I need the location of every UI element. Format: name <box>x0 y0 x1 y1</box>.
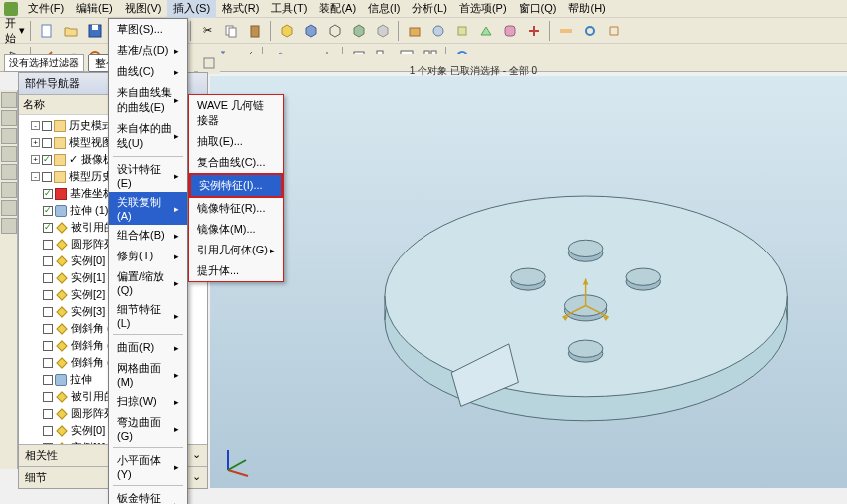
filter-icon2[interactable] <box>198 52 220 74</box>
menu-item[interactable]: 小平面体(Y)▸ <box>109 450 187 483</box>
tab-reuse-icon[interactable] <box>1 146 17 162</box>
open-icon[interactable] <box>60 20 82 42</box>
3d-viewport[interactable] <box>210 76 847 488</box>
menu-item[interactable]: 网格曲面(M)▸ <box>109 358 187 391</box>
menu-item[interactable]: 偏置/缩放(Q)▸ <box>109 266 187 299</box>
submenu-arrow-icon: ▸ <box>174 343 179 353</box>
checkbox[interactable] <box>43 223 53 233</box>
tab-hd3d-icon[interactable] <box>1 164 17 180</box>
save-icon[interactable] <box>84 20 106 42</box>
submenu-item[interactable]: 复合曲线(C)... <box>189 152 283 173</box>
tab-constraint-icon[interactable] <box>1 128 17 144</box>
menu-item[interactable]: 组合体(B)▸ <box>109 225 187 246</box>
menu-11[interactable]: 帮助(H) <box>562 0 611 18</box>
cube-ghost-icon[interactable] <box>372 20 394 42</box>
twist-icon[interactable]: - <box>31 172 40 181</box>
checkbox[interactable] <box>42 155 52 165</box>
menu-6[interactable]: 装配(A) <box>313 0 362 18</box>
menu-item[interactable]: 扫掠(W)▸ <box>109 391 187 412</box>
checkbox[interactable] <box>43 290 53 300</box>
submenu-item[interactable]: 提升体... <box>189 260 283 281</box>
menu-item[interactable]: 曲面(R)▸ <box>109 337 187 358</box>
checkbox[interactable] <box>43 392 53 402</box>
tab-browser-icon[interactable] <box>1 182 17 198</box>
feature4-icon[interactable] <box>475 20 497 42</box>
feature5-icon[interactable] <box>499 20 521 42</box>
submenu-item[interactable]: WAVE 几何链接器 <box>189 95 283 131</box>
menu-item[interactable]: 钣金特征(H)▸ <box>109 488 187 504</box>
tree-label: 历史模式 <box>69 118 113 133</box>
checkbox[interactable] <box>43 409 53 419</box>
submenu-item[interactable]: 镜像特征(R)... <box>189 198 283 219</box>
menu-5[interactable]: 工具(T) <box>265 0 313 18</box>
checkbox[interactable] <box>43 307 53 317</box>
feature6-icon[interactable] <box>523 20 545 42</box>
checkbox[interactable] <box>43 256 53 266</box>
twist-icon[interactable]: + <box>31 155 40 164</box>
checkbox[interactable] <box>42 172 52 182</box>
cut-icon[interactable]: ✂ <box>196 20 218 42</box>
twist-icon[interactable]: + <box>31 138 40 147</box>
feature1-icon[interactable] <box>404 20 425 42</box>
menu-1[interactable]: 编辑(E) <box>70 0 119 18</box>
menu-item[interactable]: 来自曲线集的曲线(E)▸ <box>109 82 187 118</box>
cube-yellow-icon[interactable] <box>276 20 298 42</box>
checkbox[interactable] <box>42 121 52 131</box>
submenu-item[interactable]: 镜像体(M)... <box>189 219 283 240</box>
submenu-item[interactable]: 抽取(E)... <box>189 131 283 152</box>
menu-item[interactable]: 设计特征(E)▸ <box>109 159 187 192</box>
cube-wire-icon[interactable] <box>324 20 346 42</box>
submenu-arrow-icon: ▸ <box>174 252 179 261</box>
menu-8[interactable]: 分析(L) <box>406 0 452 18</box>
menu-4[interactable]: 格式(R) <box>216 0 265 18</box>
checkbox[interactable] <box>42 138 52 148</box>
tab-roles-icon[interactable] <box>1 218 17 234</box>
cube-blue-icon[interactable] <box>300 20 322 42</box>
submenu-item[interactable]: 引用几何体(G)▸ <box>189 240 283 260</box>
menu-3[interactable]: 插入(S) <box>167 0 216 18</box>
checkbox[interactable] <box>43 273 53 283</box>
submenu-arrow-icon: ▸ <box>174 278 179 288</box>
tab-history-icon[interactable] <box>1 200 17 216</box>
menu-2[interactable]: 视图(V) <box>119 0 168 18</box>
ext3-icon[interactable] <box>603 20 625 42</box>
submenu-arrow-icon: ▸ <box>174 95 179 105</box>
submenu-item[interactable]: 实例特征(I)... <box>189 173 283 198</box>
checkbox[interactable] <box>43 206 53 216</box>
new-icon[interactable] <box>36 20 58 42</box>
ext1-icon[interactable] <box>555 20 577 42</box>
menu-7[interactable]: 信息(I) <box>362 0 406 18</box>
submenu-label: 提升体... <box>197 263 239 278</box>
copy-icon[interactable] <box>220 20 242 42</box>
feature3-icon[interactable] <box>451 20 473 42</box>
ext2-icon[interactable] <box>579 20 601 42</box>
menu-9[interactable]: 首选项(P) <box>453 0 513 18</box>
checkbox[interactable] <box>43 426 53 436</box>
tab-assembly-icon[interactable] <box>1 110 17 126</box>
menu-item[interactable]: 弯边曲面(G)▸ <box>109 412 187 445</box>
menu-0[interactable]: 文件(F) <box>22 0 70 18</box>
checkbox[interactable] <box>43 240 53 250</box>
menu-10[interactable]: 窗口(Q) <box>513 0 563 18</box>
menu-item[interactable]: 修剪(T)▸ <box>109 246 187 266</box>
paste-icon[interactable] <box>244 20 266 42</box>
menu-item[interactable]: 关联复制(A)▸ <box>109 192 187 225</box>
checkbox[interactable] <box>43 375 53 385</box>
menu-item[interactable]: 曲线(C)▸ <box>109 61 187 82</box>
menu-item[interactable]: 细节特征(L)▸ <box>109 299 187 332</box>
menu-item[interactable]: 基准/点(D)▸ <box>109 40 187 61</box>
checkbox[interactable] <box>43 324 53 334</box>
assoc-copy-submenu[interactable]: WAVE 几何链接器抽取(E)...复合曲线(C)...实例特征(I)...镜像… <box>188 94 284 282</box>
menu-item[interactable]: 草图(S)... <box>109 19 187 40</box>
checkbox[interactable] <box>43 443 53 445</box>
twist-icon[interactable]: - <box>31 121 40 130</box>
checkbox[interactable] <box>43 358 53 368</box>
checkbox[interactable] <box>43 189 53 199</box>
tab-nav-icon[interactable] <box>1 92 17 108</box>
menu-item[interactable]: 来自体的曲线(U)▸ <box>109 118 187 154</box>
insert-menu-popup[interactable]: 草图(S)...基准/点(D)▸曲线(C)▸来自曲线集的曲线(E)▸来自体的曲线… <box>108 18 188 504</box>
start-button[interactable]: 开始▾ <box>4 20 26 42</box>
cube-shaded-icon[interactable] <box>348 20 370 42</box>
feature2-icon[interactable] <box>427 20 449 42</box>
checkbox[interactable] <box>43 341 53 351</box>
